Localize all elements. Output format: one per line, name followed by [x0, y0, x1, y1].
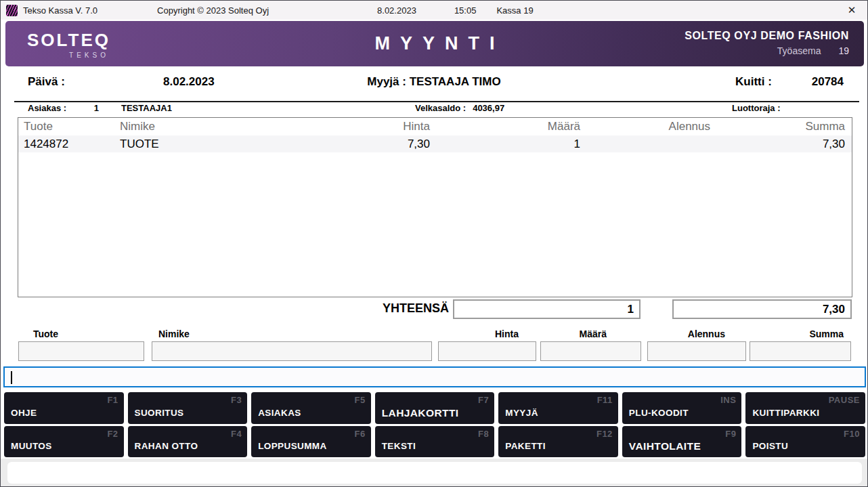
- customer-number: 1: [82, 103, 99, 113]
- fkey-hint: F5: [355, 395, 366, 405]
- receipt-number: 20784: [783, 75, 844, 89]
- app-window: Tekso Kassa V. 7.0 Copyright © 2023 Solt…: [0, 0, 868, 487]
- entry-product-label: Tuote: [33, 329, 58, 339]
- sale-lines-table: Tuote Nimike Hinta Määrä Alennus Summa 1…: [18, 117, 852, 297]
- customer-row: Asiakas : 1 TESTAAJA1 Velkasaldo :4036,9…: [1, 103, 867, 117]
- fkey-muutos-button[interactable]: F2 MUUTOS: [4, 426, 124, 457]
- titlebar-date: 8.02.2023: [377, 5, 416, 16]
- fkey-loppusumma-button[interactable]: F6 LOPPUSUMMA: [251, 426, 371, 457]
- total-sum-box: 7,30: [672, 299, 852, 319]
- bottom-strip: [1, 459, 867, 487]
- workstation-number: 19: [838, 45, 849, 56]
- quantity-input[interactable]: [540, 341, 641, 361]
- fkey-ohje-button[interactable]: F1 OHJE: [4, 392, 124, 424]
- row-product: 1424872: [24, 137, 120, 151]
- fkey-hint: F7: [478, 395, 489, 405]
- total-quantity-box: 1: [453, 299, 641, 319]
- seller-label: Myyjä :: [367, 75, 406, 88]
- fkey-hint: F2: [107, 429, 118, 439]
- discount-input[interactable]: [647, 341, 746, 361]
- row-name: TUOTE: [120, 137, 316, 151]
- fkey-hint: F11: [597, 395, 613, 405]
- function-key-grid: F1 OHJE F3 SUORITUS F5 ASIAKAS F7 LAHJAK…: [4, 392, 865, 457]
- fkey-hint: F10: [844, 429, 860, 439]
- price-input[interactable]: [438, 341, 536, 361]
- total-label: YHTEENSÄ: [366, 301, 449, 316]
- app-icon: [6, 5, 18, 16]
- fkey-hint: INS: [720, 395, 736, 405]
- workstation-label: Työasema: [777, 45, 821, 56]
- receipt-label: Kuitti :: [735, 75, 772, 89]
- fkey-poistu-button[interactable]: F10 POISTU: [745, 426, 865, 457]
- fkey-hint: F1: [107, 395, 118, 405]
- store-name: SOLTEQ OYJ DEMO FASHION: [685, 30, 849, 42]
- fkey-hint: F12: [596, 429, 613, 439]
- fkey-hint: F4: [231, 429, 242, 439]
- fkey-rahan-otto-button[interactable]: F4 RAHAN OTTO: [128, 426, 248, 457]
- col-header-name: Nimike: [120, 120, 316, 133]
- entry-price-label: Hinta: [437, 329, 519, 339]
- fkey-kuittiparkki-button[interactable]: PAUSE KUITTIPARKKI: [745, 392, 865, 424]
- table-row[interactable]: 1424872 TUOTE 7,30 1 7,30: [18, 135, 852, 152]
- titlebar-time: 15:05: [454, 5, 477, 16]
- close-icon[interactable]: ✕: [840, 1, 863, 20]
- fkey-hint: F8: [478, 429, 489, 439]
- entry-quantity-label: Määrä: [525, 329, 607, 339]
- text-caret: [11, 371, 12, 384]
- sale-info-row: Päivä : 8.02.2023 Myyjä : TESTAAJA TIMO …: [1, 75, 867, 96]
- name-input[interactable]: [152, 341, 432, 361]
- row-quantity: 1: [430, 137, 580, 151]
- copyright-text: Copyright © 2023 Solteq Oyj: [157, 5, 269, 16]
- message-bar: [7, 462, 862, 484]
- seller-value: TESTAAJA TIMO: [410, 75, 501, 88]
- fkey-suoritus-button[interactable]: F3 SUORITUS: [128, 392, 248, 424]
- entry-discount-label: Alennus: [644, 329, 725, 339]
- window-title: Tekso Kassa V. 7.0: [23, 5, 97, 16]
- fkey-hint: F6: [355, 429, 366, 439]
- col-header-product: Tuote: [24, 120, 120, 133]
- fkey-hint: PAUSE: [829, 395, 860, 405]
- debt-label: Velkasaldo :: [415, 103, 466, 113]
- fkey-vaihtolaite-button[interactable]: F9 VAIHTOLAITE: [622, 426, 742, 457]
- product-input[interactable]: [18, 341, 144, 361]
- fkey-teksti-button[interactable]: F8 TEKSTI: [375, 426, 495, 457]
- debt-info: Velkasaldo :4036,97: [415, 103, 504, 113]
- fkey-hint: F3: [231, 395, 242, 405]
- debt-value: 4036,97: [473, 103, 504, 113]
- fkey-paketti-button[interactable]: F12 PAKETTI: [498, 426, 618, 457]
- table-header-row: Tuote Nimike Hinta Määrä Alennus Summa: [18, 118, 852, 135]
- col-header-discount: Alennus: [580, 120, 710, 133]
- titlebar: Tekso Kassa V. 7.0 Copyright © 2023 Solt…: [1, 1, 867, 20]
- command-input[interactable]: [3, 366, 866, 387]
- customer-name: TESTAAJA1: [121, 103, 172, 113]
- workstation-info: Työasema19: [685, 45, 849, 56]
- divider-line: [14, 101, 859, 102]
- header-band: SOLTEQ TEKSO MYYNTI SOLTEQ OYJ DEMO FASH…: [5, 21, 864, 66]
- fkey-plu-koodit-button[interactable]: INS PLU-KOODIT: [622, 392, 742, 424]
- credit-limit-label: Luottoraja :: [732, 103, 781, 113]
- entry-sum-label: Summa: [762, 329, 844, 339]
- fkey-asiakas-button[interactable]: F5 ASIAKAS: [251, 392, 371, 424]
- row-sum: 7,30: [710, 137, 845, 151]
- col-header-quantity: Määrä: [430, 120, 580, 133]
- titlebar-register: Kassa 19: [496, 5, 533, 16]
- fkey-lahjakortti-button[interactable]: F7 LAHJAKORTTI: [375, 392, 495, 424]
- sum-input[interactable]: [750, 341, 851, 361]
- fkey-myyja-button[interactable]: F11 MYYJÄ: [498, 392, 618, 424]
- row-price: 7,30: [316, 137, 430, 151]
- col-header-sum: Summa: [710, 120, 845, 133]
- fkey-hint: F9: [725, 429, 736, 439]
- col-header-price: Hinta: [316, 120, 430, 133]
- entry-name-label: Nimike: [158, 329, 190, 339]
- store-info: SOLTEQ OYJ DEMO FASHION Työasema19: [685, 30, 849, 56]
- customer-label: Asiakas :: [28, 103, 66, 113]
